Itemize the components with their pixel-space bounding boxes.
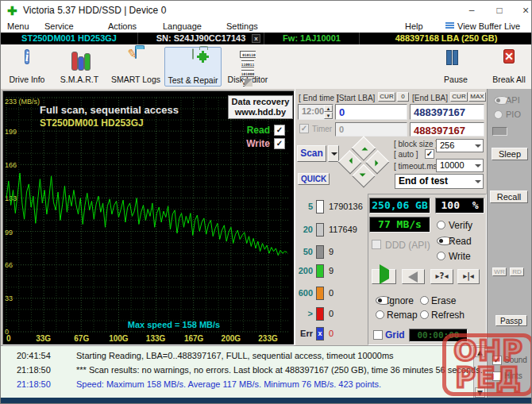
legend-tick: Err	[295, 329, 313, 338]
end-cur-button[interactable]: CUR	[450, 92, 468, 102]
timeout-select[interactable]: 10000	[436, 159, 484, 172]
y-axis-tick: 99	[5, 229, 13, 237]
disk-editor-button[interactable]: 0101101100111010000001 Disk Editor	[223, 47, 272, 85]
legend-row-600: 6000	[295, 287, 367, 301]
scan-button[interactable]: Scan	[297, 145, 326, 162]
end-of-test-select[interactable]: End of test	[395, 174, 484, 189]
timer-label: Timer	[312, 125, 332, 133]
break-all-button[interactable]: ✕ Break All	[488, 47, 530, 85]
verify-radio[interactable]	[437, 221, 445, 229]
info-icon: i	[15, 48, 39, 72]
device-serial-text: SN: S24JJ90CC17143	[156, 33, 246, 43]
watermark-line1: ОНР	[453, 338, 523, 365]
end-time-spin-up[interactable]: ▲	[324, 105, 333, 112]
maximize-button[interactable]: □	[488, 1, 511, 21]
left-arrow-icon	[345, 158, 352, 164]
write-label: Write	[449, 251, 471, 262]
log-time: 21:18:50	[17, 365, 51, 375]
write-checkbox[interactable]: ✓	[274, 138, 285, 149]
y-axis-tick: 33	[5, 294, 13, 302]
legend-row-200: 2009	[295, 264, 367, 279]
auto-checkbox[interactable]: ✓	[425, 149, 434, 159]
x-axis-tick: 33G	[36, 334, 51, 343]
menu-item-service[interactable]: Service	[44, 21, 74, 31]
smart-bars-icon	[67, 48, 91, 72]
device-x-button[interactable]: x	[252, 34, 260, 43]
menu-item-help[interactable]: Help	[405, 21, 423, 31]
ddd-checkbox[interactable]	[372, 240, 381, 249]
pio-radio[interactable]	[494, 110, 503, 119]
legend-color-block	[316, 287, 324, 300]
seek-end-button[interactable]: ▸|◂	[457, 269, 480, 284]
minimize-button[interactable]: –	[460, 1, 484, 21]
close-button[interactable]: ×	[514, 1, 532, 21]
start-lba-label: [Start LBA]	[337, 94, 375, 102]
smart-button[interactable]: S.M.A.R.T	[55, 47, 104, 85]
y-axis-tick: 166	[5, 161, 17, 169]
window-title: Victoria 5.37 HDD/SSD | Device 0	[23, 5, 166, 16]
grid-label: Grid	[385, 329, 405, 341]
smart-logs-button[interactable]: ✎ SMART Logs	[109, 47, 163, 85]
end-max-button[interactable]: MAX	[468, 92, 486, 102]
legend-tick: 5	[295, 202, 313, 211]
play-button[interactable]	[372, 269, 396, 284]
wr-button[interactable]: WR	[492, 267, 507, 276]
legend-color-block: x	[316, 327, 324, 341]
drive-info-button[interactable]: i Drive Info	[4, 47, 50, 85]
graph-title: Full scan, sequential access	[40, 104, 179, 116]
pio-label: PIO	[506, 110, 521, 119]
start-lba-input2[interactable]: 0	[335, 122, 407, 137]
end-time-label: [ End time ]	[299, 94, 339, 102]
legend-count: 9	[329, 266, 333, 275]
device-model: ST250DM001 HD253GJ	[1, 33, 138, 44]
read-checkbox[interactable]: ✓	[274, 125, 285, 136]
timeout-label: [ timeout.ms ]	[394, 162, 441, 171]
graph-subtitle: ST250DM001 HD253GJ	[40, 117, 144, 129]
pause-label: Pause	[444, 75, 468, 84]
end-lba-input[interactable]: 488397167	[410, 104, 484, 120]
recall-button[interactable]: Recall	[490, 190, 528, 203]
erase-radio[interactable]	[420, 296, 429, 305]
hddby-badge: Data recovery www.hdd.by	[228, 95, 293, 119]
sleep-button[interactable]: Sleep	[492, 148, 528, 160]
grid-checkbox[interactable]	[373, 330, 383, 340]
start-zero-button[interactable]: 0	[397, 92, 409, 102]
timer-checkbox[interactable]: ✓	[299, 124, 309, 133]
menu-item-settings[interactable]: Settings	[226, 21, 258, 31]
menu-item-menu[interactable]: Menu	[7, 21, 29, 31]
x-axis-tick: 233G	[258, 334, 278, 343]
passp-button[interactable]: Passp	[495, 315, 527, 326]
victoria-window: ✚ Victoria 5.37 HDD/SSD | Device 0 – □ ×…	[0, 0, 532, 404]
menu-item-actions[interactable]: Actions	[108, 21, 137, 31]
read-label: Read	[449, 236, 472, 247]
legend-row->: >0	[295, 307, 367, 321]
legend-count: 9	[329, 247, 333, 256]
back-icon	[403, 271, 418, 283]
menu-item-view-buffer-live[interactable]: View Buffer Live	[457, 21, 520, 31]
start-lba-input[interactable]: 0	[335, 104, 407, 120]
pause-button[interactable]: Pause	[438, 47, 474, 85]
watermark-line2: РЕД	[453, 365, 523, 392]
legend-count: 0	[329, 288, 333, 298]
start-cur-button[interactable]: CUR	[378, 92, 395, 102]
end-lba-input2[interactable]: 488397167	[410, 122, 484, 137]
write-radio[interactable]	[437, 252, 445, 260]
refresh-radio[interactable]	[420, 310, 429, 319]
right-arrow-icon	[376, 160, 382, 166]
block-size-select[interactable]: 256	[436, 139, 484, 152]
block-size-label: [ block size ]	[394, 140, 438, 148]
back-button[interactable]	[402, 269, 425, 284]
x-axis-tick: 200G	[222, 334, 241, 343]
end-time-spin-down[interactable]: ▼	[324, 112, 333, 119]
speed-lcd: 77 MB/s	[369, 217, 430, 233]
scan-dropdown-button[interactable]	[328, 145, 339, 162]
log-time: 21:18:50	[17, 379, 51, 389]
seek-question-button[interactable]: ▸?◂	[430, 269, 453, 284]
menu-item-language[interactable]: Language	[163, 21, 202, 31]
rd-button[interactable]: RD	[510, 267, 524, 276]
quick-button[interactable]: QUICK	[298, 173, 330, 185]
remap-radio[interactable]	[376, 310, 384, 319]
test-repair-button[interactable]: Test & Repair	[164, 47, 222, 87]
legend-count: 0	[329, 309, 333, 318]
y-axis-tick: 233 (MB/s)	[5, 98, 40, 106]
